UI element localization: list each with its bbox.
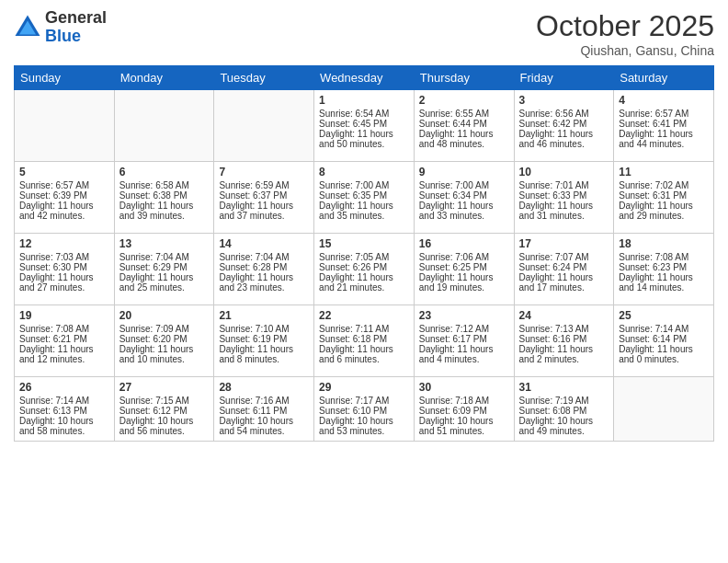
calendar-cell: 1Sunrise: 6:54 AMSunset: 6:45 PMDaylight… (314, 90, 415, 162)
cell-info: Sunset: 6:12 PM (119, 406, 210, 416)
day-number: 26 (19, 381, 109, 394)
calendar: Sunday Monday Tuesday Wednesday Thursday… (14, 65, 714, 442)
day-number: 29 (319, 381, 409, 394)
title-block: October 2025 Qiushan, Gansu, China (536, 9, 714, 58)
cell-info: and 35 minutes. (319, 211, 409, 221)
cell-info: Daylight: 11 hours (319, 344, 409, 354)
cell-info: Sunset: 6:24 PM (519, 262, 609, 272)
cell-info: and 14 minutes. (619, 282, 709, 293)
cell-info: Sunrise: 7:08 AM (19, 324, 109, 334)
cell-info: and 42 minutes. (19, 211, 109, 221)
day-number: 17 (519, 237, 609, 250)
cell-info: and 19 minutes. (419, 282, 509, 293)
calendar-cell: 15Sunrise: 7:05 AMSunset: 6:26 PMDayligh… (314, 234, 415, 305)
cell-info: Sunset: 6:44 PM (419, 119, 509, 129)
cell-info: and 8 minutes. (219, 354, 309, 364)
calendar-cell (614, 377, 714, 442)
calendar-cell: 30Sunrise: 7:18 AMSunset: 6:09 PMDayligh… (414, 377, 514, 442)
week-row-2: 12Sunrise: 7:03 AMSunset: 6:30 PMDayligh… (15, 234, 714, 305)
cell-info: Sunset: 6:34 PM (419, 190, 509, 201)
cell-info: Daylight: 11 hours (319, 272, 409, 282)
calendar-cell: 16Sunrise: 7:06 AMSunset: 6:25 PMDayligh… (414, 234, 514, 305)
day-number: 3 (519, 94, 609, 107)
day-number: 28 (219, 381, 309, 394)
day-number: 12 (19, 237, 109, 250)
cell-info: and 4 minutes. (419, 354, 509, 364)
cell-info: Daylight: 11 hours (419, 272, 509, 282)
calendar-cell (15, 90, 115, 162)
cell-info: and 6 minutes. (319, 354, 409, 364)
cell-info: Sunrise: 7:16 AM (219, 396, 309, 406)
cell-info: Sunset: 6:25 PM (419, 262, 509, 272)
calendar-cell: 14Sunrise: 7:04 AMSunset: 6:28 PMDayligh… (214, 234, 314, 305)
day-number: 21 (219, 309, 309, 322)
cell-info: Daylight: 10 hours (119, 416, 210, 426)
calendar-cell: 21Sunrise: 7:10 AMSunset: 6:19 PMDayligh… (214, 305, 314, 377)
calendar-cell (114, 90, 214, 162)
cell-info: Sunset: 6:10 PM (319, 406, 409, 416)
cell-info: Sunrise: 7:00 AM (319, 180, 409, 190)
calendar-cell: 7Sunrise: 6:59 AMSunset: 6:37 PMDaylight… (214, 162, 314, 234)
cell-info: Daylight: 11 hours (419, 201, 509, 211)
cell-info: Sunrise: 7:06 AM (419, 252, 509, 262)
cell-info: Sunrise: 6:56 AM (519, 109, 609, 119)
cell-info: and 53 minutes. (319, 426, 409, 436)
header-monday: Monday (114, 66, 214, 90)
cell-info: Daylight: 11 hours (19, 344, 109, 354)
calendar-cell: 22Sunrise: 7:11 AMSunset: 6:18 PMDayligh… (314, 305, 415, 377)
cell-info: Sunrise: 6:57 AM (19, 180, 109, 190)
cell-info: Daylight: 11 hours (419, 344, 509, 354)
cell-info: Sunrise: 6:55 AM (419, 109, 509, 119)
cell-info: Sunset: 6:28 PM (219, 262, 309, 272)
logo-general: General (45, 8, 107, 27)
cell-info: Daylight: 11 hours (519, 201, 609, 211)
calendar-cell: 12Sunrise: 7:03 AMSunset: 6:30 PMDayligh… (15, 234, 115, 305)
day-number: 1 (319, 94, 409, 107)
cell-info: Sunrise: 6:54 AM (319, 109, 409, 119)
cell-info: Daylight: 11 hours (119, 344, 210, 354)
calendar-cell: 17Sunrise: 7:07 AMSunset: 6:24 PMDayligh… (514, 234, 614, 305)
calendar-cell (214, 90, 314, 162)
cell-info: Daylight: 11 hours (119, 272, 210, 282)
day-number: 20 (119, 309, 210, 322)
day-number: 6 (119, 166, 210, 178)
week-row-3: 19Sunrise: 7:08 AMSunset: 6:21 PMDayligh… (15, 305, 714, 377)
cell-info: Daylight: 11 hours (419, 129, 509, 139)
calendar-cell: 9Sunrise: 7:00 AMSunset: 6:34 PMDaylight… (414, 162, 514, 234)
page: General Blue October 2025 Qiushan, Gansu… (0, 0, 728, 563)
cell-info: Sunset: 6:16 PM (519, 334, 609, 344)
cell-info: and 2 minutes. (519, 354, 609, 364)
calendar-cell: 27Sunrise: 7:15 AMSunset: 6:12 PMDayligh… (114, 377, 214, 442)
cell-info: Sunset: 6:08 PM (519, 406, 609, 416)
day-number: 19 (19, 309, 109, 322)
cell-info: Sunset: 6:45 PM (319, 119, 409, 129)
logo: General Blue (14, 9, 107, 46)
cell-info: Sunrise: 7:02 AM (619, 180, 709, 190)
cell-info: Sunset: 6:38 PM (119, 190, 210, 201)
header-sunday: Sunday (15, 66, 115, 90)
calendar-cell: 24Sunrise: 7:13 AMSunset: 6:16 PMDayligh… (514, 305, 614, 377)
cell-info: and 56 minutes. (119, 426, 210, 436)
cell-info: and 0 minutes. (619, 354, 709, 364)
calendar-cell: 18Sunrise: 7:08 AMSunset: 6:23 PMDayligh… (614, 234, 714, 305)
cell-info: Sunrise: 7:14 AM (619, 324, 709, 334)
calendar-cell: 2Sunrise: 6:55 AMSunset: 6:44 PMDaylight… (414, 90, 514, 162)
cell-info: Sunset: 6:37 PM (219, 190, 309, 201)
month-title: October 2025 (536, 9, 714, 43)
cell-info: and 23 minutes. (219, 282, 309, 293)
cell-info: Daylight: 11 hours (619, 272, 709, 282)
cell-info: Daylight: 11 hours (319, 129, 409, 139)
calendar-cell: 6Sunrise: 6:58 AMSunset: 6:38 PMDaylight… (114, 162, 214, 234)
cell-info: Sunset: 6:17 PM (419, 334, 509, 344)
cell-info: Sunrise: 7:13 AM (519, 324, 609, 334)
cell-info: Sunrise: 7:19 AM (519, 396, 609, 406)
cell-info: Daylight: 11 hours (519, 272, 609, 282)
cell-info: Daylight: 11 hours (119, 201, 210, 211)
cell-info: and 50 minutes. (319, 139, 409, 149)
calendar-body: 1Sunrise: 6:54 AMSunset: 6:45 PMDaylight… (15, 90, 714, 442)
cell-info: Sunrise: 7:03 AM (19, 252, 109, 262)
cell-info: Sunrise: 7:09 AM (119, 324, 210, 334)
cell-info: and 54 minutes. (219, 426, 309, 436)
cell-info: Daylight: 11 hours (519, 129, 609, 139)
day-number: 27 (119, 381, 210, 394)
